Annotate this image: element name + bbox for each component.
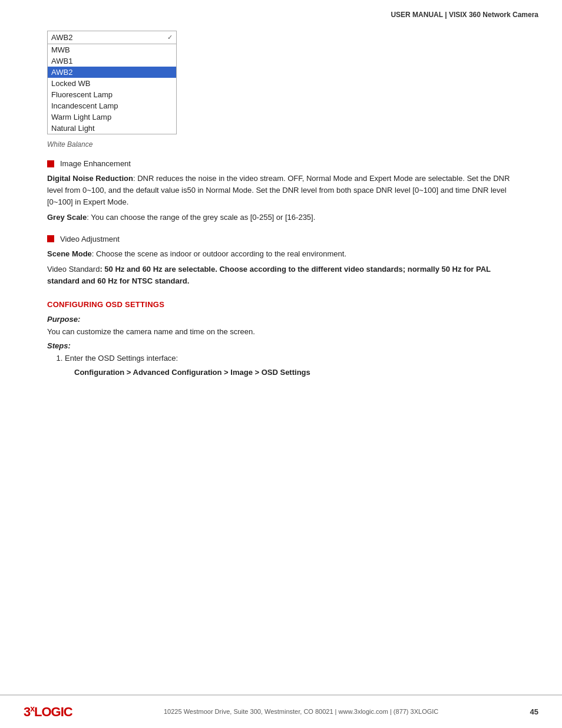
dropdown-item-fluorescent[interactable]: Fluorescent Lamp	[48, 89, 176, 100]
dropdown-current: AWB2	[51, 33, 72, 42]
red-bullet-icon	[47, 160, 54, 167]
dropdown-item-mwb[interactable]: MWB	[48, 44, 176, 55]
content-area: AWB2 ✓ MWB AWB1 AWB2 Locked WB Fluoresce…	[0, 25, 562, 694]
company-logo: 3xLOGIC	[24, 704, 72, 720]
page-footer: 3xLOGIC 10225 Westmoor Drive, Suite 300,…	[0, 694, 562, 728]
dropdown-item-awb1[interactable]: AWB1	[48, 55, 176, 67]
configuring-osd-heading: CONFIGURING OSD SETTINGS	[47, 300, 515, 309]
dropdown-field-label: White Balance	[47, 140, 515, 149]
video-adjustment-label: Video Adjustment	[60, 235, 120, 243]
grey-bold: Grey Scale	[47, 213, 87, 222]
dropdown-item-locked-wb[interactable]: Locked WB	[48, 78, 176, 89]
dropdown-item-incandescent[interactable]: Incandescent Lamp	[48, 100, 176, 111]
chevron-down-icon: ✓	[167, 34, 173, 41]
logo-prefix: 3	[24, 704, 30, 719]
step-1-text: Enter the OSD Settings interface:	[65, 354, 178, 363]
grey-text: : You can choose the range of the grey s…	[87, 213, 315, 222]
page-number: 45	[530, 707, 538, 716]
scene-mode-paragraph: Scene Mode: Choose the scene as indoor o…	[47, 248, 515, 260]
image-enhancement-label: Image Enhancement	[60, 159, 131, 168]
purpose-label: Purpose:	[47, 315, 515, 324]
dnr-bold: Digital Noise Reduction	[47, 174, 133, 183]
dropdown-list: MWB AWB1 AWB2 Locked WB Fluorescent Lamp…	[47, 44, 177, 134]
purpose-text: You can customize the camera name and ti…	[47, 326, 515, 338]
dropdown-selected-value[interactable]: AWB2 ✓	[47, 31, 177, 44]
scene-text: : Choose the scene as indoor or outdoor …	[92, 249, 346, 258]
page-header: USER MANUAL | VISIX 360 Network Camera	[0, 0, 562, 25]
image-enhancement-heading: Image Enhancement	[47, 159, 515, 168]
header-text: USER MANUAL |	[391, 11, 448, 19]
dropdown-item-natural-light[interactable]: Natural Light	[48, 123, 176, 134]
dropdown-item-warm-light[interactable]: Warm Light Lamp	[48, 111, 176, 123]
header-title: USER MANUAL | VISIX 360 Network Camera	[391, 11, 538, 19]
white-balance-dropdown[interactable]: AWB2 ✓ MWB AWB1 AWB2 Locked WB Fluoresce…	[47, 31, 177, 134]
scene-bold: Scene Mode	[47, 249, 92, 258]
video-label: Video Standard	[47, 265, 100, 274]
logo-suffix: LOGIC	[34, 704, 72, 719]
dnr-paragraph: Digital Noise Reduction: DNR reduces the…	[47, 173, 515, 208]
video-adjustment-heading: Video Adjustment	[47, 235, 515, 243]
step-1-config-path: Configuration > Advanced Configuration >…	[74, 367, 515, 378]
footer-info: 10225 Westmoor Drive, Suite 300, Westmin…	[84, 708, 518, 715]
header-bold: VISIX 360 Network Camera	[449, 11, 538, 19]
grey-scale-paragraph: Grey Scale: You can choose the range of …	[47, 212, 515, 223]
steps-list: Enter the OSD Settings interface: Config…	[65, 353, 515, 378]
dropdown-item-awb2[interactable]: AWB2	[48, 67, 176, 78]
red-bullet-video-icon	[47, 235, 54, 242]
video-standard-paragraph: Video Standard: 50 Hz and 60 Hz are sele…	[47, 263, 515, 287]
step-1: Enter the OSD Settings interface: Config…	[65, 353, 515, 378]
steps-label: Steps:	[47, 341, 515, 350]
page-wrapper: USER MANUAL | VISIX 360 Network Camera A…	[0, 0, 562, 728]
video-text: : 50 Hz and 60 Hz are selectable. Choose…	[47, 265, 491, 285]
